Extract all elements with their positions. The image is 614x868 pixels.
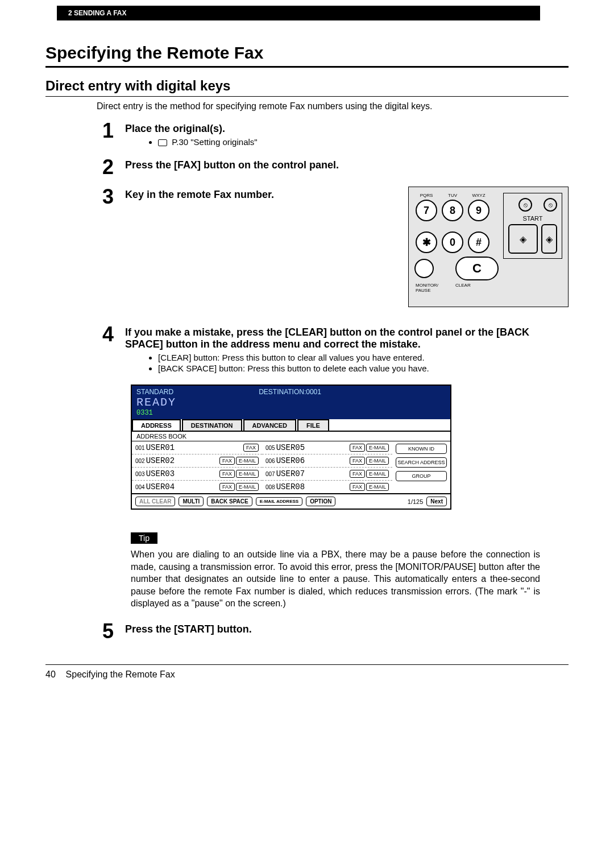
fax-button[interactable]: FAX: [219, 470, 235, 478]
table-row[interactable]: 005USER05FAXE-MAIL: [262, 441, 392, 454]
step-4: 4 If you make a mistake, press the [CLEA…: [102, 324, 569, 374]
user-list-1: 001USER01FAX002USER02FAXE-MAIL003USER03F…: [132, 441, 262, 493]
screen-figure: STANDARD DESTINATION:0001 READY 0331 ADD…: [131, 385, 451, 510]
user-list-2: 005USER05FAXE-MAIL006USER06FAXE-MAIL007U…: [262, 441, 392, 493]
key-0[interactable]: 0: [442, 232, 463, 253]
clear-label: CLEAR: [455, 283, 471, 293]
step-5: 5 Press the [START] button.: [102, 621, 569, 642]
key-blank[interactable]: [414, 259, 434, 278]
footer-text: Specifying the Remote Fax: [66, 669, 175, 679]
table-row[interactable]: 003USER03FAXE-MAIL: [132, 467, 262, 480]
tab-advanced[interactable]: ADVANCED: [243, 419, 297, 431]
table-row[interactable]: 008USER08FAXE-MAIL: [262, 480, 392, 493]
step3-title: Key in the remote Fax number.: [125, 189, 346, 201]
step4-bullet-1: [CLEAR] button: Press this button to cle…: [158, 353, 569, 362]
section-title: Direct entry with digital keys: [45, 78, 569, 97]
fax-button[interactable]: FAX: [350, 483, 365, 491]
back-space-button[interactable]: BACK SPACE: [207, 497, 252, 506]
start-button-2[interactable]: ◈: [541, 224, 557, 254]
step1-title: Place the original(s).: [125, 123, 569, 135]
step-number: 5: [102, 621, 123, 642]
step-number: 4: [102, 324, 123, 374]
email-button[interactable]: E-MAIL: [366, 483, 389, 491]
group-button[interactable]: GROUP: [396, 471, 447, 481]
step-3: 3 Key in the remote Fax number. PQRS7 TU…: [102, 187, 569, 307]
tab-address[interactable]: ADDRESS: [132, 419, 181, 431]
next-button[interactable]: Next: [426, 497, 447, 506]
keypad-figure: PQRS7 TUV8 WXYZ9 ✱ 0 # C MONITOR/ PAU: [408, 187, 569, 307]
scr-standard: STANDARD: [136, 388, 173, 396]
key-7[interactable]: 7: [416, 200, 437, 221]
scr-ready: READY: [136, 396, 446, 409]
stop-icon-2[interactable]: ⦸: [544, 198, 557, 212]
fax-button[interactable]: FAX: [219, 483, 235, 491]
key-star[interactable]: ✱: [416, 232, 437, 253]
fax-button[interactable]: FAX: [350, 470, 365, 478]
step-number: 3: [102, 187, 123, 207]
step4-title: If you make a mistake, press the [CLEAR]…: [125, 326, 569, 350]
step1-ref: P.30 "Setting originals": [158, 137, 569, 147]
scr-number: 0331: [136, 409, 446, 417]
stop-icon[interactable]: ⦸: [518, 198, 532, 212]
search-address-button[interactable]: SEARCH ADDRESS: [396, 457, 447, 468]
step-number: 2: [102, 157, 123, 177]
scr-subhead: ADDRESS BOOK: [132, 432, 450, 441]
page-title: Specifying the Remote Fax: [45, 43, 569, 68]
email-button[interactable]: E-MAIL: [236, 483, 259, 491]
email-button[interactable]: E-MAIL: [366, 457, 389, 465]
key-9[interactable]: 9: [468, 200, 489, 221]
fax-button[interactable]: FAX: [350, 444, 365, 452]
chapter-header: 2 SENDING A FAX: [57, 6, 540, 20]
step5-title: Press the [START] button.: [125, 623, 569, 635]
mail-address-button[interactable]: E-MAIL ADDRESS: [256, 497, 302, 506]
page-indicator: 1/125: [408, 498, 424, 505]
table-row[interactable]: 002USER02FAXE-MAIL: [132, 454, 262, 467]
tab-file[interactable]: FILE: [297, 419, 329, 431]
tip-label: Tip: [131, 532, 157, 544]
table-row[interactable]: 001USER01FAX: [132, 441, 262, 454]
key-8[interactable]: 8: [442, 200, 463, 221]
fax-button[interactable]: FAX: [243, 444, 259, 452]
step-number: 1: [102, 121, 123, 148]
scr-tabs: ADDRESS DESTINATION ADVANCED FILE: [132, 419, 450, 432]
table-row[interactable]: 006USER06FAXE-MAIL: [262, 454, 392, 467]
fax-button[interactable]: FAX: [219, 457, 235, 465]
tab-destination[interactable]: DESTINATION: [182, 419, 242, 431]
clear-key[interactable]: C: [455, 257, 499, 280]
email-button[interactable]: E-MAIL: [366, 444, 389, 452]
known-id-button[interactable]: KNOWN ID: [396, 444, 447, 454]
start-button[interactable]: ◈: [508, 224, 538, 254]
table-row[interactable]: 007USER07FAXE-MAIL: [262, 467, 392, 480]
key-hash[interactable]: #: [468, 232, 489, 253]
step4-bullet-2: [BACK SPACE] button: Press this button t…: [158, 363, 569, 373]
multi-button[interactable]: MULTI: [179, 497, 204, 506]
email-button[interactable]: E-MAIL: [366, 470, 389, 478]
step-2: 2 Press the [FAX] button on the control …: [102, 157, 569, 177]
page-footer: 40 Specifying the Remote Fax: [45, 664, 569, 680]
book-icon: [158, 139, 167, 146]
step2-title: Press the [FAX] button on the control pa…: [125, 159, 569, 171]
tip-text: When you are dialing to an outside line …: [131, 548, 540, 610]
intro-text: Direct entry is the method for specifyin…: [97, 101, 569, 111]
option-button[interactable]: OPTION: [306, 497, 335, 506]
step-1: 1 Place the original(s). P.30 "Setting o…: [102, 121, 569, 148]
page-number: 40: [45, 669, 56, 679]
table-row[interactable]: 004USER04FAXE-MAIL: [132, 480, 262, 493]
scr-destination: DESTINATION:0001: [259, 388, 321, 396]
fax-button[interactable]: FAX: [350, 457, 365, 465]
monitor-pause-label: MONITOR/ PAUSE: [416, 283, 438, 293]
email-button[interactable]: E-MAIL: [236, 457, 259, 465]
all-clear-button[interactable]: ALL CLEAR: [135, 497, 175, 506]
email-button[interactable]: E-MAIL: [236, 470, 259, 478]
start-label: START: [508, 215, 557, 222]
